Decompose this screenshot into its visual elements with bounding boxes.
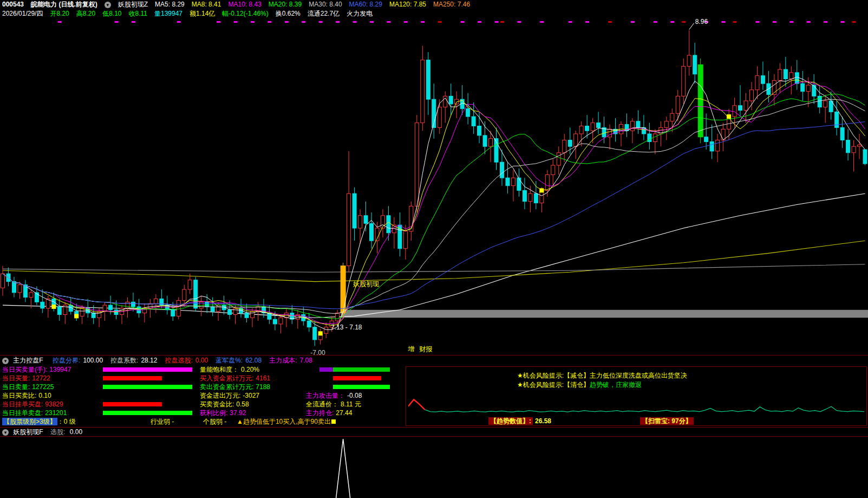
alert2-text: 趋势破，庄家撤退: [590, 381, 642, 389]
top-mark-magenta: [217, 21, 220, 23]
panel-row: 买入资金累计万元:4161: [198, 374, 405, 383]
candle: [511, 178, 515, 186]
signal-dot: [727, 114, 731, 119]
header-item-value: 0.00: [195, 357, 208, 364]
topbar-item: MA20: 8.39: [269, 1, 302, 8]
kline-svg[interactable]: 8.96-7.00妖股初现7.13 - 7.18增财报: [0, 18, 868, 355]
long-ma-line: [3, 241, 865, 281]
top-mark-magenta: [773, 21, 776, 23]
main-kline-chart[interactable]: 8.96-7.00妖股初现7.13 - 7.18增财报: [0, 18, 868, 355]
panel2-title: 妖股初现F: [13, 428, 43, 436]
candle: [438, 107, 441, 128]
top-mark-magenta: [387, 21, 390, 23]
header-item-value: 100.00: [83, 357, 103, 364]
candle: [630, 121, 634, 131]
value-bar: [333, 376, 381, 380]
signal-dot: [539, 188, 544, 192]
top-mark-magenta: [755, 21, 759, 23]
top-mark-red: [608, 21, 612, 23]
candle: [778, 69, 782, 80]
candle: [506, 178, 510, 186]
mid-right-label: 主力持仓:: [306, 409, 334, 417]
panel1-header-items: 控盘分界:100.00控盘系数:28.12控盘选股:0.00蓝军盘%:62.08…: [45, 357, 312, 364]
candle: [710, 142, 714, 151]
row-label: 当日卖量:: [2, 383, 30, 391]
value-bar: [333, 385, 390, 389]
top-mark-magenta: [177, 21, 181, 23]
candle: [370, 223, 374, 241]
candle: [664, 121, 668, 128]
signal-dot: [318, 331, 323, 335]
top-mark-magenta: [461, 21, 465, 23]
candle: [347, 193, 351, 266]
candle: [171, 310, 175, 316]
header-item-label: 控盘分界:: [53, 357, 80, 364]
trend-value-chip: 【趋势数值】:26.58: [488, 417, 551, 426]
row-label: 买卖资金比:: [200, 400, 234, 408]
candle: [545, 174, 549, 190]
top-mark-magenta: [807, 21, 811, 23]
row-value: 0.20%: [241, 366, 259, 373]
top-mark-magenta: [478, 21, 481, 23]
collapse-icon[interactable]: ▾: [2, 429, 9, 436]
row-label: 买入资金累计万元:: [200, 374, 253, 382]
topbar-item: MA8: 8.41: [192, 1, 221, 8]
panel-row: 资金进出万元:-3027主力攻击量：-0.08: [198, 391, 405, 400]
row-value: 12722: [32, 374, 50, 382]
candle: [534, 193, 538, 203]
row-label: 当日买卖量(手):: [2, 366, 47, 373]
marker-square: [331, 419, 336, 424]
candle: [307, 321, 311, 327]
candle: [403, 231, 407, 249]
row-value: 0.58: [236, 400, 249, 408]
mid-right-item: 主力攻击量：-0.08: [306, 391, 362, 400]
trend-hint-label: ▲趋势值低于10买入,高于90卖出: [237, 417, 331, 426]
candle: [466, 109, 470, 117]
value-bar: [103, 411, 192, 415]
dropdown-circle-icon[interactable]: ▾: [105, 2, 111, 8]
selection-spike: [336, 439, 350, 498]
candle: [80, 308, 84, 316]
candle: [364, 216, 368, 224]
candle: [733, 106, 736, 117]
candle: [478, 126, 481, 135]
top-mark-magenta: [267, 21, 271, 23]
candle: [749, 90, 753, 101]
row-value: 127225: [32, 383, 54, 391]
signal-dot: [74, 314, 79, 318]
hint-row: 个股弱 -▲趋势值低于10买入,高于90卖出: [198, 417, 405, 426]
candle: [840, 127, 844, 140]
mid-right-item: 主力持仓:27.44: [306, 409, 352, 417]
row-value: 231201: [45, 409, 67, 417]
candle: [755, 76, 759, 90]
panel2-header: ▾ 妖股初现F 选股: 0.00: [0, 428, 868, 436]
candle: [852, 146, 856, 153]
candle: [557, 153, 560, 165]
top-mark-magenta: [302, 21, 305, 23]
signal-spike-svg: [0, 437, 868, 498]
panel-row: 获利比例:37.92主力持仓:27.44: [198, 409, 405, 417]
row-value: 4161: [256, 374, 270, 382]
candle: [421, 60, 425, 123]
top-mark-magenta: [370, 21, 374, 23]
panel1-title: 主力控盘F: [13, 357, 43, 364]
scanner-chip: 【扫雷宝: 97分】: [640, 417, 694, 426]
panel-row: 当日挂单买盘:93829: [0, 400, 197, 409]
row-label: 当日挂单卖盘:: [2, 409, 43, 417]
candle: [358, 216, 362, 228]
candle: [160, 299, 164, 306]
top-mark-magenta: [353, 21, 357, 23]
topbar-item: 换0.62%: [276, 10, 301, 17]
panel-row: 当日买卖量(手):139947: [0, 365, 197, 374]
candle: [177, 300, 180, 316]
candle: [528, 193, 532, 202]
alert1-tag: 【减仓】: [564, 372, 590, 379]
collapse-icon[interactable]: ▾: [2, 358, 9, 364]
candle: [415, 123, 419, 206]
candle: [154, 299, 158, 304]
candle: [109, 305, 113, 310]
topbar-item: MA30: 8.40: [309, 1, 342, 8]
topbar-item: MA10: 8.43: [228, 1, 261, 8]
candle: [653, 134, 657, 142]
alert2-prefix: ★机会风险提示:: [517, 381, 564, 389]
